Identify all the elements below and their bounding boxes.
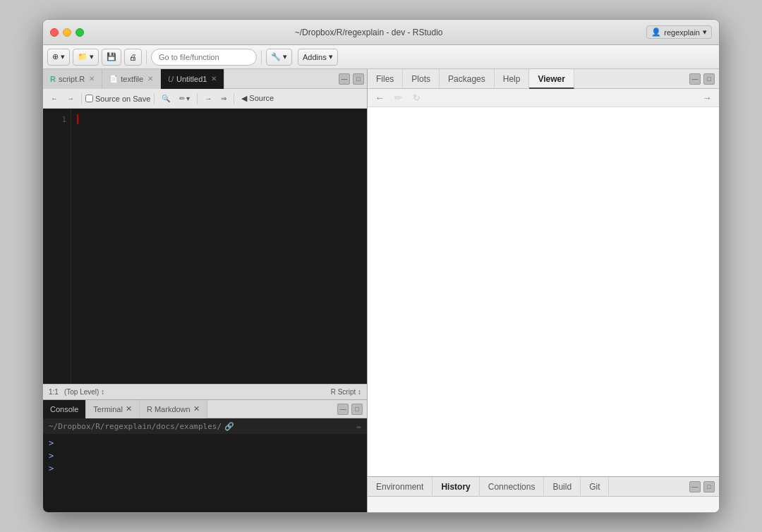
- title-bar: ~/Dropbox/R/regexplain - dev - RStudio 👤…: [43, 20, 719, 45]
- source-label: ◀ Source: [241, 94, 274, 103]
- cursor-position: 1:1: [49, 388, 59, 396]
- right-panel: Files Plots Packages Help Viewer: [368, 69, 719, 512]
- editor-run-button[interactable]: →: [201, 92, 215, 106]
- tab-plots[interactable]: Plots: [403, 69, 440, 89]
- editor-tab-bar: R script.R ✕ 📄 textfile ✕ U Untitled1 ✕ …: [43, 69, 367, 89]
- tab-terminal[interactable]: Terminal ✕: [86, 400, 140, 418]
- maximize-button[interactable]: [75, 28, 84, 37]
- code-icon: ✏: [179, 95, 185, 102]
- viewer-edit-button[interactable]: ✏: [390, 91, 406, 105]
- help-tab-label: Help: [503, 74, 521, 84]
- profile-badge[interactable]: 👤 regexplain ▾: [646, 25, 712, 39]
- editor-code-button[interactable]: ✏▾: [176, 92, 193, 106]
- plots-tab-label: Plots: [411, 74, 430, 84]
- run-icon: →: [205, 95, 212, 102]
- source-on-save-label[interactable]: Source on Save: [85, 95, 150, 103]
- main-toolbar: ⊕▾ 📁▾ 💾 🖨 🔧▾ Addins ▾: [43, 45, 719, 69]
- cursor-line: [77, 114, 361, 124]
- tab-files[interactable]: Files: [368, 69, 403, 89]
- tab-build[interactable]: Build: [544, 477, 581, 497]
- viewer-tab-bar: Files Plots Packages Help Viewer: [368, 69, 719, 89]
- viewer-forward-button[interactable]: →: [699, 91, 715, 105]
- console-prompt-1: >: [49, 437, 361, 449]
- tab-help[interactable]: Help: [495, 69, 530, 89]
- open-file-button[interactable]: 📁▾: [73, 49, 99, 66]
- tab-git[interactable]: Git: [581, 477, 609, 497]
- environment-expand-button[interactable]: □: [703, 481, 715, 492]
- prompt-symbol-1: >: [49, 437, 54, 449]
- console-area[interactable]: > > >: [43, 434, 367, 512]
- packages-tab-label: Packages: [448, 74, 485, 84]
- tab-r-markdown[interactable]: R Markdown ✕: [140, 400, 207, 418]
- editor-forward-button[interactable]: →: [64, 92, 78, 106]
- window-title: ~/Dropbox/R/regexplain - dev - RStudio: [91, 28, 646, 37]
- viewer-back-button[interactable]: ←: [372, 91, 387, 105]
- tab-close-r-markdown[interactable]: ✕: [193, 404, 200, 413]
- right-bottom: Environment History Connections Build Gi…: [368, 477, 719, 512]
- tools-button[interactable]: 🔧▾: [266, 49, 292, 66]
- print-icon: 🖨: [129, 53, 137, 61]
- addins-label: Addins: [303, 53, 327, 61]
- print-button[interactable]: 🖨: [124, 49, 142, 66]
- addins-button[interactable]: Addins ▾: [298, 49, 338, 66]
- console-path-text: ~/Dropbox/R/regexplain/docs/examples/: [49, 422, 222, 431]
- environment-collapse-button[interactable]: —: [689, 481, 701, 492]
- editor-collapse-button[interactable]: —: [339, 73, 350, 85]
- console-prompt-3: >: [49, 462, 361, 475]
- editor-back-button[interactable]: ←: [47, 92, 61, 106]
- tab-connections[interactable]: Connections: [480, 477, 545, 497]
- console-edit-icon[interactable]: ✏: [356, 422, 361, 431]
- editor-expand-button[interactable]: □: [353, 73, 364, 85]
- tab-icon-untitled1: U: [168, 75, 174, 83]
- tab-close-terminal[interactable]: ✕: [126, 404, 132, 413]
- source-button[interactable]: ◀ Source: [238, 94, 277, 103]
- save-icon: 💾: [107, 52, 116, 61]
- editor-search-button[interactable]: 🔍: [158, 92, 174, 106]
- source-on-save-checkbox[interactable]: [85, 95, 93, 102]
- console-path: ~/Dropbox/R/regexplain/docs/examples/ 🔗 …: [43, 418, 367, 434]
- editor-run-all-button[interactable]: ⇒: [217, 92, 230, 106]
- tab-close-untitled1[interactable]: ✕: [211, 75, 217, 83]
- viewer-back-icon: ←: [375, 92, 385, 103]
- tab-viewer[interactable]: Viewer: [529, 69, 574, 89]
- console-expand-button[interactable]: □: [351, 404, 363, 415]
- viewer-refresh-button[interactable]: ↻: [409, 91, 424, 105]
- save-all-button[interactable]: 💾: [102, 49, 121, 66]
- line-number-1: 1: [43, 114, 66, 126]
- ed-sep-4: [234, 93, 234, 104]
- tab-close-script-r[interactable]: ✕: [89, 75, 95, 83]
- goto-file-input[interactable]: [151, 49, 257, 66]
- tab-textfile[interactable]: 📄 textfile ✕: [102, 69, 161, 89]
- tab-close-textfile[interactable]: ✕: [147, 75, 153, 83]
- tab-packages[interactable]: Packages: [440, 69, 495, 89]
- console-collapse-button[interactable]: —: [337, 404, 349, 415]
- console-prompt-2: >: [49, 449, 361, 462]
- tab-label-script-r: script.R: [59, 75, 85, 83]
- new-file-icon: ⊕: [52, 52, 59, 61]
- profile-label: regexplain: [664, 28, 700, 37]
- main-area: R script.R ✕ 📄 textfile ✕ U Untitled1 ✕ …: [43, 69, 719, 512]
- tab-environment[interactable]: Environment: [368, 477, 433, 497]
- tab-icon-textfile: 📄: [109, 75, 118, 83]
- close-button[interactable]: [50, 28, 59, 37]
- viewer-collapse-button[interactable]: —: [689, 73, 701, 85]
- viewer-expand-button[interactable]: □: [703, 73, 715, 85]
- viewer-tab-label: Viewer: [538, 74, 564, 84]
- title-right: 👤 regexplain ▾: [646, 25, 712, 39]
- addins-arrow: ▾: [329, 52, 333, 61]
- git-tab-label: Git: [589, 482, 600, 492]
- environment-tab-label: Environment: [376, 482, 423, 492]
- minimize-button[interactable]: [63, 28, 71, 37]
- console-path-link-icon: 🔗: [224, 422, 234, 431]
- text-cursor: [77, 114, 78, 124]
- new-file-button[interactable]: ⊕▾: [47, 49, 70, 66]
- tab-script-r[interactable]: R script.R ✕: [43, 69, 102, 89]
- viewer-content: [368, 107, 719, 476]
- editor-content[interactable]: [71, 109, 367, 384]
- open-folder-icon: 📁: [78, 52, 87, 61]
- environment-content: [368, 497, 719, 512]
- profile-arrow: ▾: [703, 28, 707, 37]
- tab-console[interactable]: Console: [43, 400, 86, 418]
- tab-history[interactable]: History: [433, 477, 479, 497]
- tab-untitled1[interactable]: U Untitled1 ✕: [161, 69, 224, 89]
